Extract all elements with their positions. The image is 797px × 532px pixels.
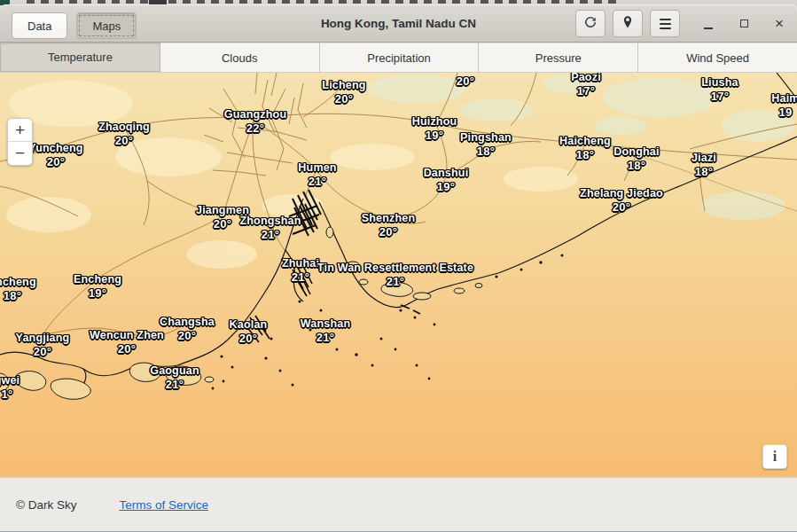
- data-view-button[interactable]: Data: [12, 12, 67, 39]
- urban-hatch: [246, 266, 420, 342]
- copyright-text: © Dark Sky: [16, 498, 76, 512]
- refresh-button[interactable]: [575, 10, 606, 37]
- map-layer-tabs: TemperatureCloudsPrecipitationPressureWi…: [0, 43, 797, 73]
- map-canvas: [0, 73, 797, 477]
- tab-temperature[interactable]: Temperature: [0, 43, 160, 72]
- menu-icon: [660, 19, 671, 29]
- tab-wind-speed[interactable]: Wind Speed: [638, 43, 797, 72]
- view-toggle-group: Data Maps: [12, 12, 137, 39]
- location-pin-icon: [621, 15, 635, 33]
- titlebar-actions: ×: [568, 4, 786, 43]
- tab-clouds[interactable]: Clouds: [160, 43, 320, 72]
- background-artifact: [27, 0, 621, 4]
- window-title: Hong Kong, Tamil Nadu CN: [321, 4, 476, 43]
- maximize-button[interactable]: [737, 10, 751, 37]
- titlebar: Data Maps Hong Kong, Tamil Nadu CN: [0, 4, 797, 43]
- menu-button[interactable]: [650, 10, 680, 37]
- maps-view-button[interactable]: Maps: [76, 12, 137, 39]
- refresh-icon: [583, 15, 598, 33]
- map-info-button[interactable]: i: [762, 444, 787, 469]
- weather-map[interactable]: Licheng20°20°Paozi17°Liusha17°Haim19Zhao…: [0, 73, 797, 477]
- attribution-bar: © Dark Sky Terms of Service: [0, 477, 797, 532]
- tab-precipitation[interactable]: Precipitation: [320, 43, 480, 72]
- islets: [212, 254, 564, 390]
- weather-app-window: Data Maps Hong Kong, Tamil Nadu CN: [0, 0, 797, 532]
- maximize-icon: [740, 20, 748, 27]
- minimize-icon: [704, 27, 713, 29]
- zoom-out-button[interactable]: −: [8, 142, 32, 165]
- map-zoom-control: + −: [7, 118, 33, 166]
- close-icon: ×: [775, 16, 784, 31]
- minimize-button[interactable]: [701, 10, 715, 37]
- location-button[interactable]: [613, 10, 643, 37]
- close-button[interactable]: ×: [772, 10, 786, 37]
- terms-of-service-link[interactable]: Terms of Service: [119, 498, 208, 512]
- zoom-in-button[interactable]: +: [8, 119, 32, 142]
- coastline: [0, 73, 797, 388]
- tab-pressure[interactable]: Pressure: [479, 43, 638, 72]
